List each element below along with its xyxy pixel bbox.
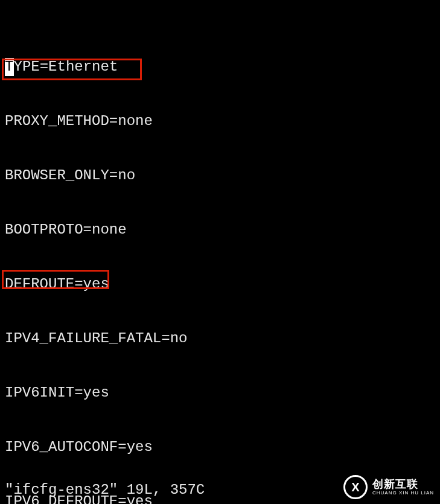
watermark-text: 创新互联 CHUANG XIN HU LIAN [372,479,434,496]
watermark-en: CHUANG XIN HU LIAN [372,491,434,496]
terminal-editor[interactable]: TYPE=Ethernet PROXY_METHOD=none BROWSER_… [0,0,440,504]
config-line: BROWSER_ONLY=no [5,167,435,185]
config-line: IPV6INIT=yes [5,384,435,402]
config-line: BOOTPROTO=none [5,221,435,239]
config-line: DEFROUTE=yes [5,275,435,293]
line-text: YPE=Ethernet [14,59,118,75]
watermark-logo-icon: X [343,475,368,499]
config-line: TYPE=Ethernet [5,58,435,76]
config-line: IPV4_FAILURE_FATAL=no [5,330,435,348]
vim-status-line: "ifcfg-ens32" 19L, 357C [5,481,205,499]
watermark: X 创新互联 CHUANG XIN HU LIAN [343,475,434,499]
config-line: IPV6_AUTOCONF=yes [5,438,435,456]
cursor: T [5,58,14,76]
config-line: PROXY_METHOD=none [5,112,435,130]
watermark-cn: 创新互联 [372,479,434,491]
